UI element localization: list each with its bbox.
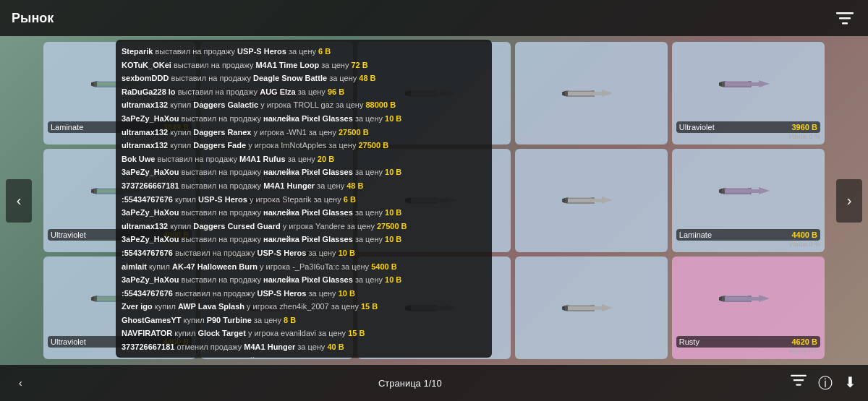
- page-info: Страница 1/10: [378, 378, 442, 389]
- feed-price: 10 В: [349, 356, 365, 358]
- item-name-label: Laminate: [679, 230, 712, 239]
- feed-action: купил: [175, 195, 196, 204]
- activity-feed[interactable]: Steparik выставил на продажу USP-S Heros…: [116, 40, 492, 358]
- feed-item: M4A1 Rufus: [239, 155, 286, 163]
- next-arrow[interactable]: ›: [836, 179, 862, 223]
- item-footer: Laminate4400 В: [676, 229, 820, 241]
- feed-price: 27500 В: [339, 128, 369, 137]
- feed-action: выставил на продажу: [174, 61, 253, 69]
- svg-rect-43: [91, 189, 94, 193]
- feed-item: наклейка Pixel Glasses: [227, 356, 317, 358]
- item-name-label: Ultraviolet: [51, 230, 86, 239]
- feed-username: 3737266667181: [122, 181, 179, 190]
- feed-price: 48 В: [359, 74, 375, 82]
- item-image: [519, 153, 663, 247]
- item-name-label: Ultraviolet: [679, 123, 715, 131]
- feed-action: отменил продажу: [176, 342, 242, 351]
- item-card[interactable]: [515, 42, 668, 145]
- item-price-label: 3960 В: [792, 123, 817, 131]
- feed-entry: ultramax132 купил Daggers Fade у игрока …: [122, 139, 486, 152]
- item-footer: Ultraviolet3960 В: [676, 121, 820, 133]
- item-image: [519, 261, 663, 355]
- feed-action: выставил на продажу: [182, 235, 261, 243]
- feed-username: GhostGamesYT: [122, 316, 182, 324]
- feed-item: AWP Lava Splash: [178, 302, 244, 311]
- bottom-icons: ⓘ ⬇: [791, 374, 856, 393]
- feed-entry: ultramax132 купил Daggers Cursed Guard у…: [122, 220, 486, 233]
- svg-marker-104: [759, 295, 770, 302]
- prev-page-button[interactable]: ‹: [12, 373, 30, 393]
- svg-rect-68: [723, 193, 752, 194]
- prev-icon: ‹: [19, 377, 22, 389]
- svg-marker-27: [602, 90, 613, 97]
- feed-item: USP-S Heros: [258, 249, 307, 257]
- feed-item: M4A1 Time Loop: [255, 61, 319, 69]
- svg-rect-103: [723, 301, 752, 302]
- top-bar: Рынок: [0, 0, 868, 36]
- svg-rect-1: [839, 17, 851, 20]
- svg-rect-33: [723, 86, 752, 87]
- feed-username: ultramax132: [122, 141, 168, 150]
- feed-price: 48 В: [346, 181, 363, 190]
- feed-entry: 3737266667181 выставил на продажу M4A1 H…: [122, 180, 486, 193]
- svg-rect-24: [566, 92, 602, 95]
- feed-entry: *CatchMe отменил продажу наклейка Pixel …: [122, 355, 486, 358]
- feed-username: ultramax132: [122, 222, 168, 230]
- feed-entry: sexbomDDD выставил на продажу Deagle Sno…: [122, 72, 486, 85]
- feed-action: купил: [170, 141, 191, 150]
- item-card[interactable]: [515, 149, 668, 251]
- feed-item: наклейка Pixel Glasses: [263, 114, 353, 123]
- feed-item: Daggers Fade: [193, 141, 246, 150]
- feed-username: NAVFIRATOR: [122, 329, 172, 337]
- feed-entry: :55434767676 купил USP-S Heros у игрока …: [122, 194, 486, 207]
- filter-button[interactable]: [833, 7, 856, 30]
- feed-username: Zver igo: [122, 302, 153, 311]
- page-title: Рынок: [12, 11, 54, 26]
- svg-rect-65: [569, 197, 591, 198]
- feed-action: выставил на продажу: [175, 289, 255, 298]
- feed-entry: Bok Uwe выставил на продажу M4A1 Rufus з…: [122, 153, 486, 166]
- feed-entry: :55434767676 выставил на продажу USP-S H…: [122, 288, 486, 301]
- feed-item: USP-S Heros: [237, 47, 286, 56]
- feed-username: 3aPeZy_HaXou: [122, 208, 179, 217]
- item-wear-label: Износ 0 %: [676, 241, 820, 248]
- info-button[interactable]: ⓘ: [818, 374, 833, 393]
- item-name-label: Rusty: [679, 337, 699, 346]
- feed-username: aimlait: [122, 262, 147, 271]
- svg-rect-100: [569, 305, 591, 306]
- feed-item: AK-47 Halloween Burn: [172, 262, 258, 271]
- svg-rect-36: [719, 82, 722, 86]
- prev-arrow[interactable]: ‹: [6, 179, 32, 223]
- svg-marker-97: [602, 304, 613, 311]
- svg-rect-107: [726, 296, 748, 296]
- download-button[interactable]: ⬇: [844, 374, 856, 393]
- feed-item: наклейка Pixel Glasses: [263, 168, 353, 176]
- feed-price: 10 В: [385, 168, 401, 176]
- feed-price: 10 В: [385, 208, 401, 217]
- svg-rect-8: [91, 82, 94, 86]
- feed-item: P90 Turbine: [207, 316, 252, 324]
- item-card[interactable]: Rusty4620 ВИзнос 0 %: [672, 256, 825, 359]
- feed-entry: KOTuK_OKei выставил на продажу M4A1 Time…: [122, 59, 486, 72]
- svg-rect-109: [793, 379, 804, 381]
- svg-rect-26: [566, 95, 595, 97]
- item-card[interactable]: Ultraviolet3960 ВИзнос 0 %: [672, 42, 825, 145]
- feed-item: Daggers Galactic: [193, 100, 258, 109]
- item-price-label: 4400 В: [792, 230, 817, 239]
- svg-rect-37: [726, 81, 748, 82]
- feed-item: Daggers Cursed Guard: [193, 222, 280, 230]
- svg-rect-30: [569, 90, 591, 91]
- feed-action: купил: [149, 262, 170, 271]
- feed-entry: NAVFIRATOR купил Glock Target у игрока e…: [122, 327, 486, 340]
- item-card[interactable]: [515, 256, 668, 359]
- item-image: [676, 261, 820, 336]
- feed-action: выставил на продажу: [155, 47, 234, 56]
- filter-bottom-button[interactable]: [791, 374, 807, 393]
- feed-item: USP-S Heros: [198, 195, 247, 204]
- feed-entry: aimlait купил AK-47 Halloween Burn у игр…: [122, 261, 486, 274]
- svg-rect-108: [791, 374, 807, 376]
- svg-rect-96: [566, 310, 595, 311]
- feed-item: AUG Elza: [260, 87, 296, 96]
- svg-rect-66: [723, 189, 759, 193]
- item-card[interactable]: Laminate4400 ВИзнос 0 %: [672, 149, 825, 251]
